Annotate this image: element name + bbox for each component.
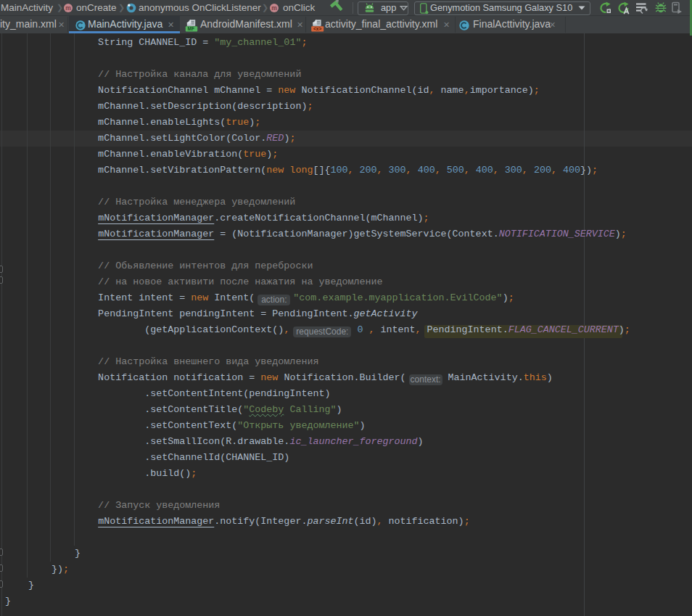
svg-text:m: m xyxy=(271,4,277,12)
svg-text:m: m xyxy=(65,4,71,12)
svg-text:<x>: <x> xyxy=(313,26,321,31)
svg-text:MF: MF xyxy=(188,26,194,31)
